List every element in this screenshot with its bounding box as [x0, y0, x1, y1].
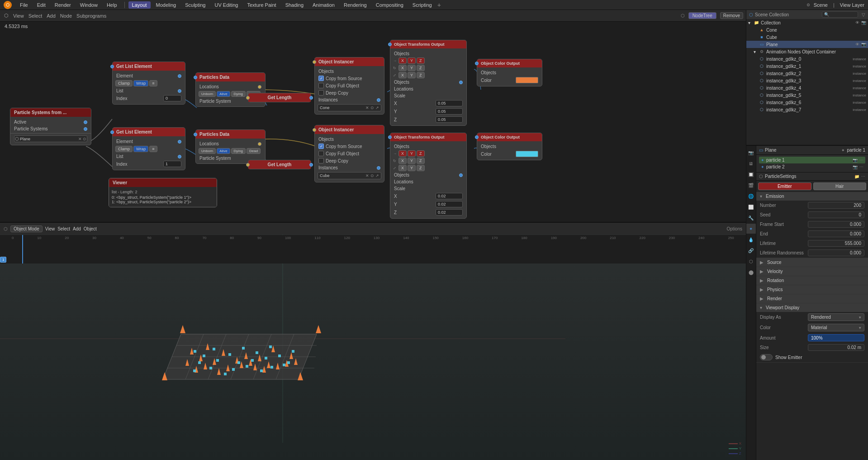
- get-length-1-node[interactable]: Get Length: [248, 93, 311, 102]
- index-input-1[interactable]: [163, 95, 181, 101]
- ot2-sy[interactable]: Y: [408, 165, 416, 171]
- props-particles-tab active[interactable]: ✦: [746, 224, 756, 234]
- ot1-rx[interactable]: X: [398, 65, 407, 71]
- workspace-uv[interactable]: UV Editing: [211, 1, 242, 9]
- ot2-scale-y[interactable]: 0.02: [436, 201, 463, 207]
- menu-file[interactable]: File: [16, 1, 32, 9]
- ot2-tx[interactable]: X: [398, 150, 407, 157]
- dying-btn-2[interactable]: Dying: [231, 148, 246, 154]
- select-icon[interactable]: ⊙: [83, 137, 86, 141]
- ps1-render[interactable]: 📷: [853, 158, 858, 163]
- workspace-modeling[interactable]: Modeling: [152, 1, 180, 9]
- copy-full-check-2[interactable]: [318, 151, 324, 156]
- dead-btn-2[interactable]: Dead: [247, 148, 261, 154]
- workspace-sculpting[interactable]: Sculpting: [181, 1, 209, 9]
- copy-source-check-1[interactable]: ✓: [318, 76, 324, 81]
- display-as-dropdown[interactable]: Rendered ▾: [808, 313, 864, 321]
- select-menu-btn[interactable]: Select: [57, 226, 70, 231]
- nodetree-selector[interactable]: NodeTree: [688, 12, 716, 19]
- index-input-2[interactable]: [163, 161, 181, 167]
- oi2-obj-field[interactable]: Cube ✕ ⊙ ↗: [318, 172, 381, 179]
- props-output-tab[interactable]: 🖥: [746, 158, 756, 168]
- props-material-tab[interactable]: ⬤: [746, 267, 756, 277]
- menu-edit[interactable]: Edit: [33, 1, 49, 9]
- outliner-anim-container[interactable]: ▾ ⚙ Animation Nodes Object Container: [746, 48, 868, 55]
- ot2-scale-z[interactable]: 0.02: [436, 209, 463, 216]
- settings-extra2[interactable]: ⋯: [861, 174, 865, 179]
- alive-btn-2[interactable]: Alive: [217, 148, 230, 154]
- workspace-shading[interactable]: Shading: [282, 1, 307, 9]
- show-emitter-check[interactable]: Show Emitter: [760, 354, 864, 360]
- extra-btn[interactable]: ≡: [149, 80, 157, 86]
- wrap-btn-2[interactable]: Wrap: [133, 146, 148, 152]
- outliner-instance-6[interactable]: ⬡ instance_gdlkz_6 instance: [746, 99, 868, 106]
- ot2-sz[interactable]: Z: [417, 165, 425, 171]
- view-btn[interactable]: View: [45, 226, 55, 231]
- ot1-ry[interactable]: Y: [408, 65, 416, 71]
- node-menu-btn[interactable]: Node: [59, 12, 73, 19]
- render-icon-col[interactable]: 📷: [861, 20, 866, 25]
- outliner-instance-4[interactable]: ⬡ instance_gdlkz_4 instance: [746, 84, 868, 91]
- color-swatch-2[interactable]: [516, 151, 538, 157]
- ot2-scale-x[interactable]: 0.02: [436, 193, 463, 199]
- outliner-search[interactable]: [822, 11, 858, 18]
- oi2-open[interactable]: ↗: [375, 173, 379, 178]
- extra-btn-2[interactable]: ≡: [149, 146, 157, 152]
- workspace-texture[interactable]: Texture Paint: [243, 1, 280, 9]
- workspace-scripting[interactable]: Scripting: [409, 1, 436, 9]
- outliner-instance-5[interactable]: ⬡ instance_gdlkz_5 instance: [746, 91, 868, 99]
- color-dropdown[interactable]: Material ▾: [808, 324, 864, 331]
- menu-window[interactable]: Window: [76, 1, 101, 9]
- props-object-tab[interactable]: ⬜: [746, 202, 756, 212]
- clamp-btn[interactable]: Clamp: [115, 80, 133, 86]
- ot2-rz[interactable]: Z: [417, 158, 425, 164]
- props-scene-tab[interactable]: 🎬: [746, 180, 756, 190]
- settings-extra1[interactable]: 📁: [854, 174, 859, 179]
- frame-start-val[interactable]: 0.000: [808, 221, 864, 228]
- emitter-tab[interactable]: Emitter: [758, 182, 811, 190]
- props-constraints-tab[interactable]: 🔗: [746, 245, 756, 255]
- clear-icon[interactable]: ✕: [78, 137, 82, 141]
- ps2-render[interactable]: 📷: [853, 165, 858, 169]
- props-view-tab[interactable]: 🔲: [746, 169, 756, 179]
- oi1-select[interactable]: ⊙: [370, 105, 374, 110]
- physics-header[interactable]: ▶ Physics: [756, 285, 868, 294]
- props-physics-tab[interactable]: 💧: [746, 235, 756, 244]
- scene-name[interactable]: Scene: [814, 2, 828, 8]
- unborn-btn-1[interactable]: Unborn: [199, 91, 216, 97]
- outliner-cube[interactable]: ■ Cube: [746, 34, 868, 41]
- seed-val[interactable]: 0: [808, 211, 864, 218]
- end-val[interactable]: 0.000: [808, 230, 864, 237]
- lifetime-val[interactable]: 555.000: [808, 240, 864, 247]
- view-layer-name[interactable]: View Layer: [840, 2, 864, 8]
- select-menu-btn[interactable]: Select: [27, 12, 44, 19]
- ps2-extra[interactable]: ⋯: [859, 165, 863, 169]
- view-menu-btn[interactable]: View: [12, 12, 25, 19]
- add-menu-btn[interactable]: Add: [45, 12, 57, 19]
- render-header[interactable]: ▶ Render: [756, 294, 868, 303]
- outliner-instance-3[interactable]: ⬡ instance_gdlkz_3 instance: [746, 77, 868, 84]
- ot1-tz[interactable]: Z: [417, 58, 425, 64]
- wrap-btn[interactable]: Wrap: [133, 80, 148, 86]
- props-render-tab[interactable]: 📷: [746, 148, 756, 158]
- viewer-node[interactable]: Viewer list - Length: 2 0: <bpy_struct, …: [109, 178, 217, 207]
- deep-copy-check-2[interactable]: [318, 158, 324, 163]
- clamp-btn-2[interactable]: Clamp: [115, 146, 133, 152]
- outliner-collection[interactable]: ▾ 📁 Collection 👁 📷: [746, 19, 868, 26]
- copy-source-check-2[interactable]: ✓: [318, 144, 324, 149]
- viewport-options-btn[interactable]: Options: [727, 226, 742, 231]
- ot2-tz[interactable]: Z: [417, 150, 425, 157]
- workspace-rendering[interactable]: Rendering: [340, 1, 370, 9]
- ot2-ty[interactable]: Y: [408, 150, 416, 157]
- menu-help[interactable]: Help: [103, 1, 121, 9]
- dying-btn-1[interactable]: Dying: [231, 91, 246, 97]
- ot1-rz[interactable]: Z: [417, 65, 425, 71]
- engine-selector[interactable]: ⚙: [806, 3, 810, 7]
- outliner-instance-0[interactable]: ⬡ instance_gdlkz_0 instance: [746, 55, 868, 62]
- workspace-animation[interactable]: Animation: [309, 1, 338, 9]
- outliner-instance-1[interactable]: ⬡ instance_gdlkz_1 instance: [746, 62, 868, 70]
- outliner-cone[interactable]: ▲ Cone: [746, 26, 868, 34]
- ps1-extra[interactable]: ⋯: [859, 158, 863, 163]
- ot1-scale-z[interactable]: 0.05: [436, 116, 463, 123]
- alive-btn-1[interactable]: Alive: [217, 91, 230, 97]
